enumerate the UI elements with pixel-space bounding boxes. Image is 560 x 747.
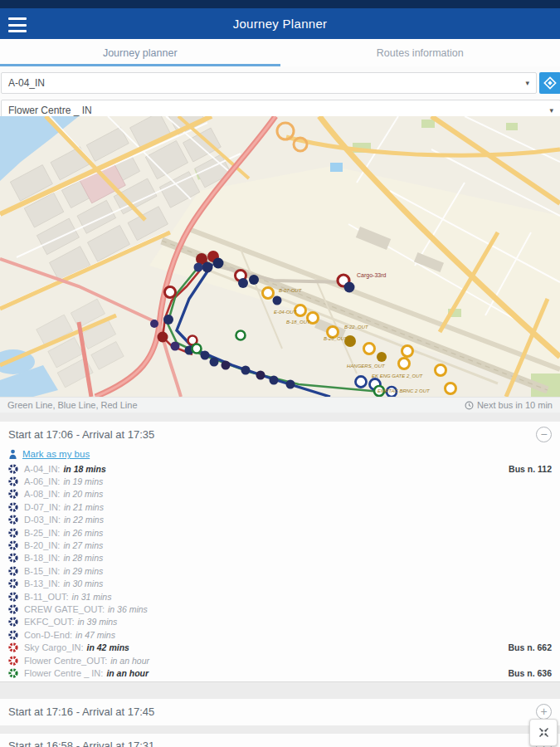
stop-name: B-25_IN:: [24, 528, 60, 538]
map-label: E-04-OUT: [274, 310, 298, 315]
stop-name: A-06_IN:: [24, 476, 60, 486]
stop-eta: in 39 mins: [78, 617, 118, 627]
mark-as-my-bus-link[interactable]: Mark as my bus: [22, 449, 90, 459]
expand-journey-button[interactable]: +: [536, 704, 552, 720]
stop-row[interactable]: A-04_IN: in 18 mins Bus n. 112: [0, 462, 560, 475]
map-canvas: Cargo-33rd B-07-OUT E-04-OUT B-18_OUT B-…: [0, 116, 560, 397]
lines-legend: Green Line, Blue Line, Red Line: [7, 400, 138, 410]
journey-1-header: Start at 17:06 - Arrival at 17:35 −: [0, 422, 560, 447]
stop-eta: in 47 mins: [75, 630, 115, 640]
stop-ring-icon: [8, 515, 18, 525]
map-info-bar: Green Line, Blue Line, Red Line Next bus…: [0, 397, 560, 413]
stop-row[interactable]: B-20_IN: in 27 mins: [0, 539, 560, 551]
stop-row[interactable]: EKFC_OUT: in 39 mins: [0, 616, 560, 628]
stop-name: D-07_IN:: [24, 502, 61, 512]
destination-value: Flower Centre _ IN: [8, 105, 92, 116]
stop-ring-icon: [8, 489, 18, 499]
stop-name: B-15_IN:: [24, 566, 60, 576]
stop-row[interactable]: A-06_IN: in 19 mins: [0, 475, 560, 487]
stop-eta: in 30 mins: [63, 579, 103, 588]
journey-2-times: Start at 17:16 - Arrival at 17:45: [8, 706, 154, 718]
stop-ring-icon: [8, 617, 18, 627]
stop-ring-icon: [8, 642, 18, 652]
stop-eta: in 29 mins: [63, 566, 103, 576]
journey-card-3: Start at 16:58 - Arrival at 17:31 +: [0, 734, 560, 747]
journey-card-1: Start at 17:06 - Arrival at 17:35 − Mark…: [0, 422, 560, 682]
collapse-map-button[interactable]: [529, 719, 558, 746]
person-icon: [8, 449, 17, 460]
stop-row[interactable]: B-25_IN: in 26 mins: [0, 526, 560, 539]
map-label: B-18_OUT: [286, 320, 311, 325]
origin-select[interactable]: A-04_IN ▾: [1, 72, 537, 94]
stop-eta: in 22 mins: [64, 515, 104, 525]
stop-row[interactable]: Flower Centre_OUT: in an hour: [0, 654, 560, 666]
navigation-diamond-icon: [543, 76, 557, 90]
map-label: HANGERS_OUT: [347, 364, 386, 369]
stop-eta: in 42 mins: [87, 642, 129, 652]
stop-row[interactable]: A-08_IN: in 20 mins: [0, 488, 560, 500]
stop-ring-icon: [8, 553, 18, 563]
status-bar: [0, 0, 560, 8]
stop-name: CREW GATE_OUT:: [24, 604, 105, 614]
stop-eta: in an hour: [110, 656, 149, 666]
stops-list: A-04_IN: in 18 mins Bus n. 112 A-06_IN: …: [0, 461, 560, 680]
tab-bar: Journey planner Routes information: [0, 39, 560, 67]
journey-3-times: Start at 16:58 - Arrival at 17:31: [8, 740, 154, 747]
stop-name: D-03_IN:: [24, 515, 61, 525]
stop-row[interactable]: CREW GATE_OUT: in 36 mins: [0, 603, 560, 615]
collapse-journey-button[interactable]: −: [536, 427, 552, 442]
stop-name: EKFC_OUT:: [24, 617, 75, 627]
map[interactable]: Cargo-33rd B-07-OUT E-04-OUT B-18_OUT B-…: [0, 116, 560, 397]
stop-eta: in 28 mins: [63, 553, 103, 563]
stop-name: A-08_IN:: [24, 489, 60, 499]
journey-card-2: Start at 17:16 - Arrival at 17:45 +: [0, 699, 560, 725]
stop-eta: in 31 mins: [72, 592, 112, 602]
stop-ring-icon: [8, 592, 18, 602]
stop-row[interactable]: Sky Cargo_IN: in 42 mins Bus n. 662: [0, 641, 560, 653]
tab-journey-planner[interactable]: Journey planner: [0, 39, 280, 66]
stop-row[interactable]: Con-D-End: in 47 mins: [0, 628, 560, 641]
stop-eta: in an hour: [106, 668, 149, 678]
stop-row[interactable]: D-07_IN: in 21 mins: [0, 500, 560, 513]
stop-name: Flower Centre_OUT:: [24, 656, 107, 666]
bus-number: Bus n. 636: [508, 668, 552, 678]
stop-ring-icon: [8, 540, 18, 550]
stop-ring-icon: [8, 630, 18, 640]
dropdown-caret-icon: ▾: [549, 106, 553, 115]
stop-row[interactable]: Flower Centre _ IN: in an hour Bus n. 63…: [0, 666, 560, 679]
stop-name: Flower Centre _ IN:: [24, 668, 103, 678]
stop-ring-icon: [8, 604, 18, 614]
stop-eta: in 21 mins: [64, 502, 104, 512]
stop-ring-icon: [8, 528, 18, 538]
stop-ring-icon: [8, 656, 18, 666]
tab-routes-information[interactable]: Routes information: [280, 39, 560, 66]
stop-eta: in 20 mins: [63, 489, 103, 499]
page-title: Journey Planner: [233, 17, 328, 31]
locate-route-button[interactable]: [539, 72, 560, 94]
stop-eta: in 18 mins: [63, 464, 105, 474]
next-bus-info: Next bus in 10 min: [465, 400, 553, 410]
menu-icon[interactable]: [8, 16, 27, 34]
stop-row[interactable]: B-18_IN: in 28 mins: [0, 552, 560, 564]
stop-row[interactable]: B-11_OUT: in 31 mins: [0, 590, 560, 603]
stop-ring-icon: [8, 502, 18, 512]
stop-row[interactable]: B-13_IN: in 30 mins: [0, 578, 560, 590]
journey-planner-screen: Journey Planner Journey planner Routes i…: [0, 0, 560, 747]
bus-number: Bus n. 662: [508, 642, 552, 652]
stop-name: B-18_IN:: [24, 553, 60, 563]
journey-3-header: Start at 16:58 - Arrival at 17:31 +: [0, 734, 560, 747]
stop-row[interactable]: D-03_IN: in 22 mins: [0, 514, 560, 526]
map-label: EMRTAC BRNC 2 OUT: [377, 388, 431, 393]
stop-name: A-04_IN:: [24, 464, 60, 474]
origin-value: A-04_IN: [8, 77, 45, 89]
map-label: B-22_OUT: [344, 325, 369, 330]
compress-icon: [538, 726, 550, 739]
dropdown-caret-icon: ▾: [525, 79, 529, 87]
stop-name: B-20_IN:: [24, 540, 60, 550]
stop-ring-icon: [8, 566, 18, 576]
stop-eta: in 19 mins: [63, 476, 103, 486]
stop-row[interactable]: B-15_IN: in 29 mins: [0, 564, 560, 577]
map-label: B-26_OUT: [324, 336, 348, 341]
app-bar: Journey Planner: [0, 8, 560, 40]
map-label: EK ENG GATE 2_OUT: [372, 374, 424, 378]
